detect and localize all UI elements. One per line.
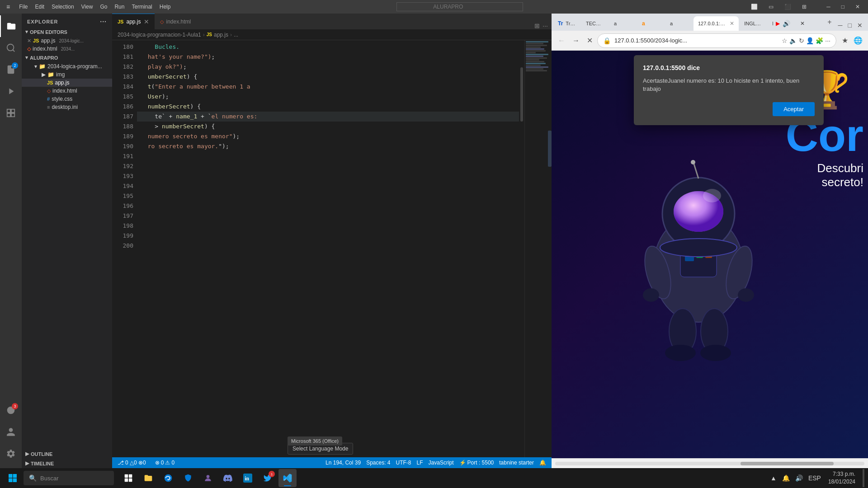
taskbar-store[interactable] — [179, 469, 197, 487]
person-icon[interactable]: 👤 — [806, 37, 814, 44]
activity-explorer[interactable] — [0, 15, 22, 37]
more-nav-icon[interactable]: ··· — [825, 37, 830, 44]
tray-volume-icon[interactable]: 🔊 — [793, 473, 805, 483]
taskbar-vscode[interactable] — [278, 469, 297, 487]
tab-indexhtml[interactable]: ◇ index.html — [155, 14, 197, 29]
code-content[interactable]: Bucles. hat's your name?"); play ok?"); … — [137, 40, 519, 457]
browser-account-icon[interactable]: 🌐 — [852, 34, 864, 47]
read-aloud-icon[interactable]: 🔈 — [789, 37, 797, 44]
sidebar-more-icon[interactable]: ··· — [100, 18, 107, 25]
browser-tab-trello[interactable]: Tr Trello — [553, 16, 580, 31]
menu-help[interactable]: Help — [157, 3, 174, 11]
menu-terminal[interactable]: Terminal — [129, 3, 155, 11]
address-bar[interactable]: 🔒 127.0.0.1:5500/2034-logic... ☆ 🔈 ↻ 👤 🧩… — [597, 33, 836, 48]
taskbar-task-view[interactable] — [119, 469, 137, 487]
open-editor-appjs[interactable]: ✕ JS app.js 2034-logic... — [22, 37, 112, 45]
tab-appjs-close[interactable]: ✕ — [144, 18, 149, 25]
activity-account[interactable] — [0, 421, 22, 443]
status-spaces[interactable]: Spaces: 4 — [364, 460, 392, 466]
add-fav-icon[interactable]: ☆ — [782, 37, 788, 44]
browser-tab-3[interactable]: a — [665, 16, 693, 31]
status-feedback[interactable]: 🔔 — [538, 460, 548, 466]
project-section[interactable]: ▾ ALURAPRO — [22, 53, 112, 62]
activity-remote[interactable]: 3 — [0, 399, 22, 421]
taskbar-teams[interactable] — [199, 469, 217, 487]
menu-run[interactable]: Run — [112, 3, 127, 11]
tray-chevron-up[interactable]: ▲ — [769, 473, 778, 483]
breadcrumb-filename[interactable]: app.js — [214, 32, 228, 38]
taskbar-twitter[interactable]: 1 — [259, 469, 277, 487]
status-ln-col[interactable]: Ln 194, Col 39 — [324, 460, 363, 466]
browser-tab-127[interactable]: 127.0.0.1:5500/2034-logic... ✕ — [693, 16, 739, 31]
layout-icon-2[interactable]: ▭ — [764, 2, 778, 12]
minimize-button[interactable]: ─ — [822, 2, 835, 12]
browser-tab-ingles[interactable]: INGLES — [740, 16, 767, 31]
layout-icon-1[interactable]: ⬜ — [746, 2, 762, 12]
file-stylecss[interactable]: # style.css — [22, 95, 112, 103]
app-icon[interactable]: ≡ — [4, 1, 13, 12]
layout-icon-3[interactable]: ⬛ — [780, 2, 796, 12]
minimap-slider[interactable] — [548, 131, 552, 167]
start-button[interactable] — [4, 469, 22, 487]
music-close-icon[interactable]: ✕ — [800, 20, 805, 27]
browser-close-nav-button[interactable]: ✕ — [584, 33, 595, 47]
browser-new-tab-button[interactable]: + — [824, 16, 835, 28]
taskbar-edge[interactable] — [159, 469, 177, 487]
file-desktopini[interactable]: ≡ desktop.ini — [22, 103, 112, 111]
title-search-input[interactable] — [396, 2, 523, 11]
folder-2034[interactable]: ▾ 📁 2034-logica-program... — [22, 62, 112, 70]
activity-source-control[interactable]: 2 — [0, 59, 22, 80]
menu-selection[interactable]: Selection — [49, 3, 76, 11]
status-encoding[interactable]: UTF-8 — [394, 460, 413, 466]
browser-tab-music-close[interactable]: ✕ — [796, 16, 823, 31]
close-button[interactable]: ✕ — [851, 2, 864, 12]
browser-maximize-icon[interactable]: □ — [846, 20, 854, 31]
layout-icon-4[interactable]: ⊞ — [797, 2, 811, 12]
activity-search[interactable] — [0, 37, 22, 59]
browser-minimize-icon[interactable]: ─ — [836, 20, 844, 31]
taskbar-clock[interactable]: 7:33 p.m. 18/01/2024 — [825, 470, 859, 486]
menu-view[interactable]: View — [79, 3, 96, 11]
taskbar-file-explorer[interactable] — [139, 469, 157, 487]
browser-tab-1[interactable]: a — [609, 16, 637, 31]
taskbar-search[interactable]: 🔍 Buscar — [24, 471, 114, 485]
tab-appjs[interactable]: JS app.js ✕ — [112, 14, 155, 29]
menu-go[interactable]: Go — [97, 3, 110, 11]
extension-icon[interactable]: 🧩 — [816, 37, 823, 44]
activity-extensions[interactable] — [0, 102, 22, 124]
vertical-scrollbar[interactable] — [519, 40, 524, 457]
tray-language-icon[interactable]: ESP — [807, 473, 823, 483]
activity-settings[interactable] — [0, 443, 22, 465]
more-actions-icon[interactable]: ··· — [542, 22, 548, 29]
refresh-icon[interactable]: ↻ — [799, 37, 804, 44]
menu-edit[interactable]: Edit — [33, 3, 47, 11]
browser-back-button[interactable]: ← — [555, 34, 568, 47]
status-port[interactable]: ⚡ Port : 5500 — [458, 460, 496, 466]
browser-forward-button[interactable]: → — [570, 34, 582, 47]
maximize-button[interactable]: □ — [837, 2, 849, 12]
menu-file[interactable]: File — [16, 3, 30, 11]
status-errors[interactable]: ⊗ 0 ⚠ 0 — [153, 460, 176, 466]
status-language[interactable]: JavaScript — [427, 460, 456, 466]
taskbar-linkedin[interactable]: in — [239, 469, 257, 487]
status-tabnine[interactable]: tabnine starter — [497, 460, 536, 466]
breadcrumb-project[interactable]: 2034-logica-programacion-1-Aula1 — [118, 32, 201, 38]
browser-scrollbar[interactable] — [555, 462, 864, 465]
code-editor[interactable]: 180181182183 184185186187 188189190191 1… — [112, 40, 552, 457]
show-desktop-button[interactable] — [863, 469, 864, 487]
timeline-section[interactable]: ▶ TIMELINE — [22, 459, 112, 468]
status-git[interactable]: ⎇ 0 △0 ⊗0 — [116, 460, 148, 466]
status-line-ending[interactable]: LF — [415, 460, 425, 466]
activity-run[interactable] — [0, 80, 22, 102]
alert-accept-button[interactable]: Aceptar — [773, 102, 815, 116]
file-indexhtml[interactable]: ◇ index.html — [22, 87, 112, 95]
open-editors-section[interactable]: ▾ OPEN EDITORS — [22, 27, 112, 37]
outline-section[interactable]: ▶ OUTLINE — [22, 449, 112, 459]
browser-tab-music[interactable]: MUSIC ▶ 🔊 — [768, 16, 795, 31]
collections-icon[interactable]: ★ — [840, 34, 850, 47]
browser-tab-2[interactable]: a — [637, 16, 665, 31]
taskbar-discord[interactable] — [219, 469, 237, 487]
browser-tab-tecnologia[interactable]: TECNOLOGIA — [581, 16, 609, 31]
browser-tab-127-close[interactable]: ✕ — [730, 20, 734, 27]
breadcrumb-symbol[interactable]: ... — [234, 32, 238, 38]
